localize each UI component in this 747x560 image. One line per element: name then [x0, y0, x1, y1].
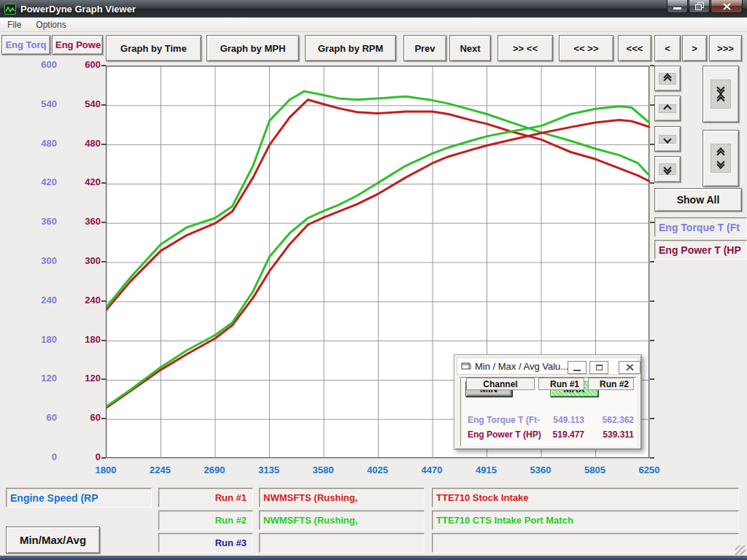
run1-description: TTE710 Stock Intake: [432, 488, 739, 508]
torque-axis-tick-label: 300: [26, 255, 57, 266]
minmax-titlebar[interactable]: Min / Max / Avg Valu...: [457, 357, 639, 375]
channel-torque-label[interactable]: Eng Torque T (Ft: [654, 217, 747, 237]
run3-channel: [259, 533, 425, 553]
minmax-restore-button[interactable]: [589, 361, 608, 374]
x-channel-label: Engine Speed (RP: [6, 488, 152, 508]
run1-label: Run #1: [158, 488, 253, 508]
rpm-axis-tick-label: 5360: [518, 464, 563, 475]
run3-label: Run #3: [158, 533, 253, 553]
y-axis-tick-right: [650, 340, 654, 341]
torque-axis-tick-label: 360: [26, 216, 57, 227]
zoom-out-y-button[interactable]: [703, 130, 739, 187]
scroll-fast-left-button[interactable]: <<<: [618, 35, 651, 61]
minmax-minimize-button[interactable]: [568, 361, 587, 374]
app-icon: [4, 4, 16, 15]
graph-by-rpm-button[interactable]: Graph by RPM: [305, 35, 396, 61]
y-axis-tick-left: [101, 340, 106, 341]
zoom-in-x-button[interactable]: >> <<: [498, 35, 553, 61]
y-axis-tick-left: [101, 144, 106, 145]
minmax-power-run1-value: 519.477: [538, 429, 584, 440]
y-axis-tick-left: [101, 182, 106, 184]
y-axis-tick-left: [101, 65, 106, 66]
rpm-axis-tick-label: 2690: [192, 464, 237, 475]
power-axis-tick-label: 360: [70, 216, 101, 227]
scale-up-fast-button[interactable]: [654, 66, 681, 91]
y-axis-tick-right: [650, 418, 654, 419]
minmax-power-run2-value: 539.311: [588, 429, 634, 440]
scale-up-button[interactable]: [654, 96, 681, 121]
y-axis-tick-right: [650, 261, 654, 262]
title-bar: PowerDyne Graph Viewer: [0, 0, 747, 18]
zoom-out-x-button[interactable]: << >>: [559, 35, 614, 61]
menu-options[interactable]: Options: [28, 18, 73, 31]
y-axis-tick-left: [101, 104, 106, 106]
power-axis-tick-label: 120: [70, 373, 101, 384]
y-axis-tick-left: [101, 378, 106, 380]
run2-description: TTE710 CTS Intake Port Match: [432, 510, 739, 530]
minmax-torque-run2-value: 562.362: [588, 415, 634, 425]
y-axis-tick-right: [650, 182, 654, 184]
rpm-axis-tick-label: 4915: [464, 464, 509, 475]
run2-label: Run #2: [158, 510, 253, 530]
menu-bar: File Options: [0, 18, 747, 32]
rpm-axis-tick-label: 3580: [301, 464, 346, 475]
minmax-close-button[interactable]: [619, 361, 640, 374]
y-axis-tick-left: [101, 222, 106, 223]
run2-channel: NWMSFTS (Rushing,: [259, 510, 425, 530]
prev-button[interactable]: Prev: [403, 35, 446, 61]
rpm-axis-tick-label: 3135: [247, 464, 292, 475]
power-axis-tick-label: 0: [70, 451, 101, 462]
y-axis-tick-left: [101, 300, 106, 302]
restore-button[interactable]: [689, 0, 710, 13]
torque-axis-tick-label: 60: [26, 412, 57, 423]
scroll-left-button[interactable]: <: [654, 35, 681, 61]
rpm-axis-tick-label: 4025: [355, 464, 400, 475]
power-axis-tick-label: 480: [70, 138, 101, 149]
power-axis-tick-label: 300: [70, 255, 101, 266]
y-axis-tick-right: [650, 378, 654, 380]
minmax-col-run1: Run #1: [538, 378, 584, 390]
y-axis-tick-left: [101, 418, 106, 419]
zoom-in-y-button[interactable]: [703, 66, 739, 122]
power-axis-tick-label: 180: [70, 334, 101, 345]
y-axis-tick-right: [650, 300, 654, 302]
axis-power-button[interactable]: Eng Powe: [52, 35, 103, 55]
minmax-row-torque-channel: Eng Torque T (Ft-: [468, 415, 540, 425]
scroll-right-button[interactable]: >: [682, 35, 707, 61]
torque-axis-tick-label: 600: [26, 59, 57, 70]
minmax-row-power-channel: Eng Power T (HP): [468, 429, 541, 440]
axis-torque-button[interactable]: Eng Torq: [1, 35, 50, 55]
torque-axis-tick-label: 480: [26, 138, 57, 149]
minmax-window-title: Min / Max / Avg Valu...: [475, 361, 568, 372]
minmaxavg-button[interactable]: Min/Max/Avg: [6, 526, 100, 553]
rpm-axis-tick-label: 1800: [83, 464, 128, 475]
graph-by-mph-button[interactable]: Graph by MPH: [206, 35, 299, 61]
channel-power-label[interactable]: Eng Power T (HP: [654, 240, 747, 260]
menu-file[interactable]: File: [0, 18, 28, 31]
minmax-window-icon: [461, 362, 471, 370]
graph-by-time-button[interactable]: Graph by Time: [106, 35, 201, 61]
show-all-button[interactable]: Show All: [654, 188, 742, 211]
next-button[interactable]: Next: [449, 35, 491, 61]
power-axis-tick-label: 60: [70, 412, 101, 423]
power-axis-tick-label: 600: [70, 59, 101, 70]
y-axis-tick-left: [101, 457, 106, 459]
rpm-axis-tick-label: 2245: [138, 464, 183, 475]
y-axis-tick-right: [650, 457, 654, 459]
minmax-torque-run1-value: 549.113: [538, 415, 584, 425]
resize-grip[interactable]: [735, 545, 746, 555]
rpm-axis-tick-label: 5805: [573, 464, 618, 475]
minimize-button[interactable]: [667, 0, 688, 13]
run3-description: [432, 533, 739, 553]
close-button[interactable]: [711, 0, 743, 13]
run1-channel: NWMSFTS (Rushing,: [259, 488, 425, 508]
torque-axis-tick-label: 240: [26, 295, 57, 306]
scale-down-fast-button[interactable]: [654, 156, 681, 182]
window-title: PowerDyne Graph Viewer: [20, 4, 136, 15]
minmax-col-channel: Channel: [466, 378, 535, 390]
torque-axis-tick-label: 180: [26, 334, 57, 345]
y-axis-tick-left: [101, 261, 106, 262]
scroll-fast-right-button[interactable]: >>>: [709, 35, 742, 61]
scale-down-button[interactable]: [654, 126, 681, 152]
torque-axis-tick-label: 0: [26, 451, 57, 462]
